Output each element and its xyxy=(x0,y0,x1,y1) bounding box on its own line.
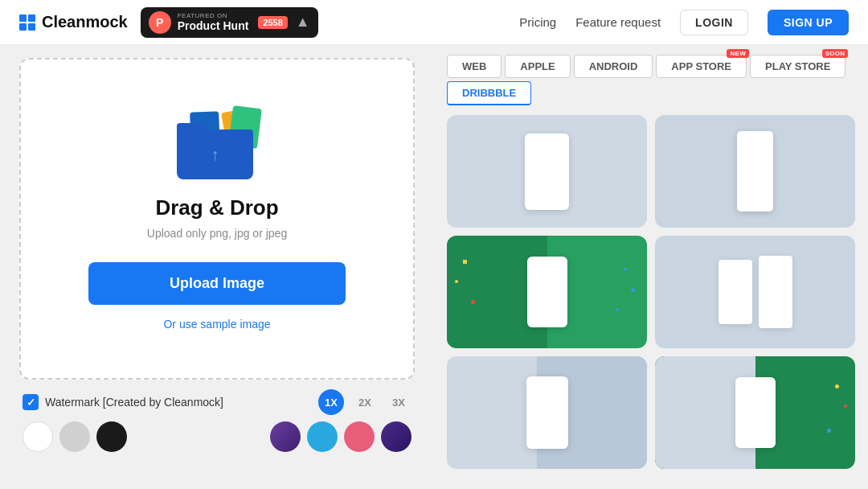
tab-android[interactable]: ANDROID xyxy=(574,55,653,78)
device-tabs: WEB APPLE ANDROID APP STORE NEW PLAY STO… xyxy=(447,55,855,105)
mockup-phone-6 xyxy=(735,377,776,448)
feature-request-link[interactable]: Feature request xyxy=(575,15,661,29)
ph-name-label: Product Hunt xyxy=(178,19,249,32)
tab-web[interactable]: WEB xyxy=(447,55,502,78)
color-white[interactable] xyxy=(23,421,53,452)
mockup-card-2[interactable] xyxy=(655,115,855,228)
scale-2x-button[interactable]: 2X xyxy=(352,389,378,415)
mockup-phone-2 xyxy=(737,131,773,212)
soon-badge: SOON xyxy=(822,49,849,58)
ph-icon: P xyxy=(149,11,171,34)
mockup-card-3[interactable] xyxy=(447,236,647,348)
dot-3 xyxy=(471,300,475,304)
logo-icon xyxy=(19,14,35,31)
tab-appstore[interactable]: APP STORE NEW xyxy=(656,55,747,78)
dot-6 xyxy=(616,308,619,311)
signup-button[interactable]: SIGN UP xyxy=(768,10,849,35)
color-lightgray[interactable] xyxy=(59,421,90,452)
dot-8 xyxy=(844,405,847,408)
dot-4 xyxy=(624,268,627,271)
dot-1 xyxy=(463,260,467,264)
logo: Cleanmock xyxy=(19,13,128,31)
dot-9 xyxy=(827,429,831,433)
watermark-row: ✓ Watermark [Created by Cleanmock] 1X 2X… xyxy=(19,389,415,415)
upload-arrow-icon: ↑ xyxy=(211,146,219,164)
mockup-phone-1 xyxy=(525,134,569,210)
dot-5 xyxy=(631,288,635,292)
color-pink[interactable] xyxy=(344,421,375,452)
new-badge: NEW xyxy=(727,49,749,58)
upload-subtitle: Upload only png, jpg or jpeg xyxy=(147,227,287,240)
ph-arrow-icon: ▲ xyxy=(296,14,310,31)
mockup-phone-5 xyxy=(526,376,568,449)
dot-7 xyxy=(835,384,839,388)
header-left: Cleanmock P FEATURED ON Product Hunt 255… xyxy=(19,7,318,38)
dot-2 xyxy=(455,280,458,283)
color-black[interactable] xyxy=(96,421,127,452)
watermark-left: ✓ Watermark [Created by Cleanmock] xyxy=(23,394,223,410)
mockup-phone-3 xyxy=(527,257,567,327)
login-button[interactable]: LOGIN xyxy=(680,10,748,35)
left-panel: ↑ Drag & Drop Upload only png, jpg or jp… xyxy=(0,45,434,489)
color-purple[interactable] xyxy=(270,421,301,452)
pricing-link[interactable]: Pricing xyxy=(519,15,556,29)
main-content: ↑ Drag & Drop Upload only png, jpg or jp… xyxy=(0,45,868,489)
upload-image-button[interactable]: Upload Image xyxy=(88,262,346,305)
tab-playstore[interactable]: PLAY STORE SOON xyxy=(750,55,845,78)
header: Cleanmock P FEATURED ON Product Hunt 255… xyxy=(0,0,868,45)
mockup-card-4[interactable] xyxy=(655,236,855,348)
drag-drop-title: Drag & Drop xyxy=(155,195,278,220)
mockup-card-5[interactable] xyxy=(447,356,647,469)
ph-featured-label: FEATURED ON xyxy=(178,12,249,19)
upload-dropzone[interactable]: ↑ Drag & Drop Upload only png, jpg or jp… xyxy=(19,58,415,380)
mockup-phone-sm-1 xyxy=(719,260,752,324)
checkbox-check-icon: ✓ xyxy=(27,397,35,409)
header-nav: Pricing Feature request LOGIN SIGN UP xyxy=(519,10,849,35)
scale-3x-button[interactable]: 3X xyxy=(386,389,411,415)
tab-dribbble[interactable]: DRIBBBLE xyxy=(447,81,531,105)
folder-tab xyxy=(177,123,205,131)
color-row xyxy=(19,421,415,452)
right-panel: WEB APPLE ANDROID APP STORE NEW PLAY STO… xyxy=(434,45,868,489)
sample-image-link[interactable]: Or use sample image xyxy=(163,318,270,331)
product-hunt-badge[interactable]: P FEATURED ON Product Hunt 2558 ▲ xyxy=(141,7,318,38)
watermark-label: Watermark [Created by Cleanmock] xyxy=(45,396,223,409)
scale-options: 1X 2X 3X xyxy=(318,389,411,415)
logo-text: Cleanmock xyxy=(42,13,128,31)
folder-front: ↑ xyxy=(177,129,253,179)
mockup-grid xyxy=(447,115,855,469)
color-blue[interactable] xyxy=(307,421,338,452)
scale-1x-button[interactable]: 1X xyxy=(318,389,344,415)
mockup-dual xyxy=(719,256,792,328)
color-darkpurple[interactable] xyxy=(381,421,411,452)
mockup-phone-sm-2 xyxy=(759,256,792,328)
color-options-right xyxy=(270,421,411,452)
watermark-checkbox[interactable]: ✓ xyxy=(23,394,39,410)
color-options-left xyxy=(23,421,127,452)
ph-text: FEATURED ON Product Hunt xyxy=(178,12,249,32)
ph-count: 2558 xyxy=(258,16,287,29)
mockup-card-6[interactable] xyxy=(655,356,855,469)
mockup-card-1[interactable] xyxy=(447,115,647,228)
tab-apple[interactable]: APPLE xyxy=(505,55,570,78)
folder-illustration: ↑ xyxy=(173,107,261,179)
